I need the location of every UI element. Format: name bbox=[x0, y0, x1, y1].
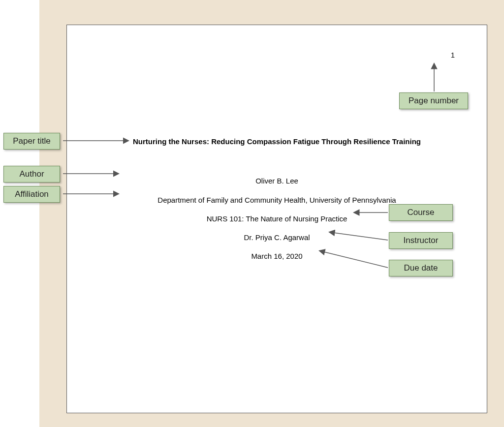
affiliation-text: Department of Family and Community Healt… bbox=[67, 196, 487, 204]
author-text: Oliver B. Lee bbox=[67, 177, 487, 185]
label-due-date: Due date bbox=[389, 260, 453, 276]
label-affiliation: Affiliation bbox=[3, 186, 60, 203]
label-paper-title: Paper title bbox=[3, 133, 60, 150]
label-instructor: Instructor bbox=[389, 232, 453, 249]
label-author: Author bbox=[3, 166, 60, 183]
due-date-text: March 16, 2020 bbox=[67, 252, 487, 260]
page-number-text: 1 bbox=[451, 51, 455, 59]
paper-title-text: Nurturing the Nurses: Reducing Compassio… bbox=[67, 137, 487, 146]
label-course: Course bbox=[389, 204, 453, 221]
label-page-number: Page number bbox=[399, 92, 468, 109]
